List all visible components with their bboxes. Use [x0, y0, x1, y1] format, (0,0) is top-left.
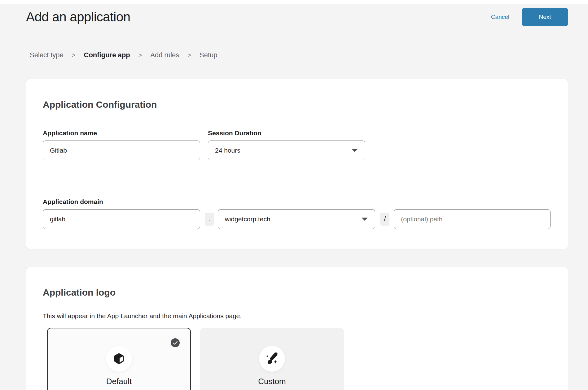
custom-logo-circle — [259, 346, 285, 372]
page-content: Add an application Cancel Next Select ty… — [26, 7, 568, 390]
dot-separator: . — [205, 213, 214, 226]
paintbrush-icon — [265, 352, 279, 366]
cube-icon — [112, 352, 125, 366]
configuration-card-heading: Application Configuration — [43, 98, 551, 111]
session-duration-select[interactable]: 24 hours — [208, 141, 365, 160]
breadcrumb-separator: > — [72, 50, 76, 60]
chevron-down-icon — [351, 149, 358, 152]
domain-select[interactable]: widgetcorp.tech — [218, 209, 375, 229]
chevron-down-icon — [361, 217, 368, 221]
breadcrumb-item-setup[interactable]: Setup — [200, 50, 217, 60]
session-duration-label: Session Duration — [208, 129, 365, 137]
breadcrumb: Select type > Configure app > Add rules … — [26, 50, 568, 60]
application-name-label: Application name — [43, 129, 200, 137]
application-configuration-card: Application Configuration Application na… — [26, 79, 568, 249]
name-duration-row: Application name Session Duration 24 hou… — [43, 129, 551, 160]
domain-select-value: widgetcorp.tech — [225, 215, 270, 223]
top-strip — [0, 0, 588, 4]
logo-options: Default Custom — [47, 328, 551, 390]
selected-check-badge — [171, 338, 180, 347]
logo-option-custom[interactable]: Custom — [200, 328, 344, 390]
path-input[interactable] — [394, 209, 551, 229]
default-logo-circle — [106, 346, 132, 372]
breadcrumb-item-configure-app[interactable]: Configure app — [84, 50, 130, 60]
header-actions: Cancel Next — [491, 8, 568, 26]
logo-option-default-label: Default — [106, 377, 132, 386]
application-name-input[interactable] — [43, 141, 200, 160]
cancel-button[interactable]: Cancel — [491, 14, 509, 20]
breadcrumb-separator: > — [138, 50, 142, 60]
logo-card-description: This will appear in the App Launcher and… — [43, 312, 551, 320]
session-duration-value: 24 hours — [215, 147, 240, 154]
breadcrumb-separator: > — [187, 50, 191, 60]
logo-option-custom-label: Custom — [258, 377, 286, 386]
slash-separator: / — [380, 213, 389, 226]
check-icon — [173, 341, 178, 345]
breadcrumb-item-add-rules[interactable]: Add rules — [150, 50, 179, 60]
page-title: Add an application — [26, 10, 130, 24]
session-duration-field: Session Duration 24 hours — [208, 129, 365, 160]
page-header: Add an application Cancel Next — [26, 7, 568, 27]
application-logo-card: Application logo This will appear in the… — [26, 267, 568, 390]
next-button[interactable]: Next — [522, 8, 568, 26]
logo-option-default[interactable]: Default — [47, 328, 191, 390]
application-domain-row: . widgetcorp.tech / — [43, 209, 551, 229]
application-domain-label: Application domain — [43, 197, 551, 206]
breadcrumb-item-select-type[interactable]: Select type — [30, 50, 64, 60]
application-name-field: Application name — [43, 129, 200, 160]
subdomain-input[interactable] — [43, 209, 200, 229]
logo-card-heading: Application logo — [43, 286, 551, 299]
